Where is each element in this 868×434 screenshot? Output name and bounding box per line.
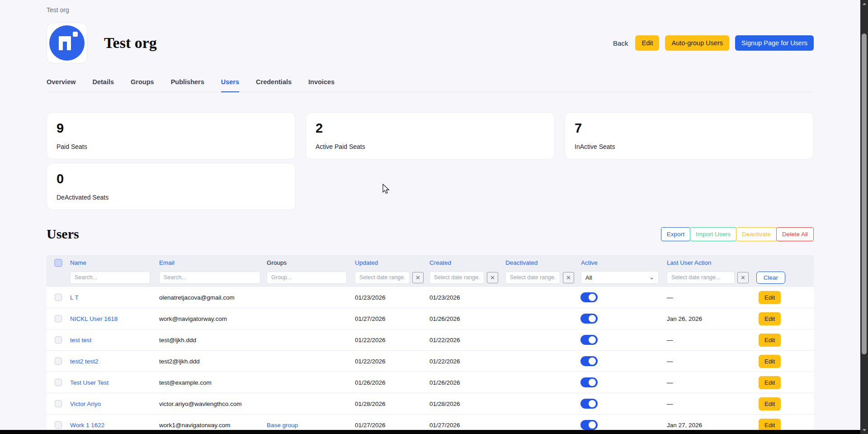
column-header-active[interactable]: Active (576, 259, 662, 266)
org-logo-icon (49, 25, 85, 61)
created-date-range-input[interactable] (429, 272, 484, 284)
edit-user-button[interactable]: Edit (759, 291, 781, 304)
page-title: Test org (104, 34, 157, 52)
email-search-input[interactable] (159, 272, 260, 284)
scrollbar-up-arrow-icon[interactable] (860, 0, 868, 8)
back-button[interactable]: Back (613, 39, 628, 47)
stat-paid-seats: 9 Paid Seats (47, 112, 296, 159)
tab-details[interactable]: Details (93, 78, 114, 92)
tab-bar: Overview Details Groups Publishers Users… (47, 78, 814, 92)
stat-value: 9 (57, 121, 286, 136)
scrollbar-down-arrow-icon[interactable] (860, 426, 868, 434)
user-last-action: — (662, 401, 755, 407)
row-checkbox[interactable] (55, 315, 62, 322)
stat-label: Active Paid Seats (316, 143, 545, 150)
signup-page-button[interactable]: Signup Page for Users (735, 35, 814, 51)
table-row: test test test@ljkh.ddd 01/22/2026 01/22… (47, 329, 814, 351)
user-created: 01/26/2026 (425, 315, 501, 322)
user-email: victor.ariyo@wavlengthco.com (155, 401, 262, 407)
row-checkbox[interactable] (55, 421, 62, 429)
active-filter-select[interactable]: All ⌄ (581, 271, 659, 284)
table-row: NICKL User 1618 work@navigatorway.com 01… (47, 308, 814, 329)
user-group-link[interactable]: Base group (267, 422, 298, 429)
row-checkbox[interactable] (55, 336, 62, 343)
active-toggle[interactable] (580, 314, 598, 324)
last-action-clear-x-button[interactable]: ✕ (737, 272, 749, 283)
user-last-action: — (662, 358, 755, 365)
column-header-name[interactable]: Name (66, 259, 155, 266)
active-toggle[interactable] (580, 399, 598, 409)
user-name-link[interactable]: test2 test2 (70, 358, 98, 365)
stat-value: 2 (316, 121, 545, 136)
org-header: Test org Back Edit Auto-group Users Sign… (47, 23, 814, 63)
created-clear-x-button[interactable]: ✕ (487, 272, 498, 283)
tab-groups[interactable]: Groups (131, 78, 154, 92)
user-name-link[interactable]: L T (70, 294, 79, 301)
table-filter-row: ✕ ✕ ✕ All ⌄ ✕ Clear (47, 270, 814, 287)
user-email: olenatretjacova@gmail.com (155, 294, 262, 301)
edit-user-button[interactable]: Edit (759, 312, 781, 325)
column-header-updated[interactable]: Updated (350, 259, 425, 266)
group-filter-input[interactable] (267, 272, 347, 284)
deactivated-clear-x-button[interactable]: ✕ (563, 272, 574, 283)
user-name-link[interactable]: Test User Test (70, 379, 108, 386)
breadcrumb[interactable]: Test org (47, 6, 814, 14)
clear-filters-button[interactable]: Clear (756, 272, 785, 284)
row-checkbox[interactable] (55, 294, 62, 301)
name-search-input[interactable] (70, 272, 150, 284)
user-updated: 01/28/2026 (350, 401, 425, 407)
user-last-action: — (662, 294, 755, 301)
user-last-action: Jan 27, 2026 (662, 422, 755, 429)
user-created: 01/23/2026 (425, 294, 501, 301)
deactivate-button[interactable]: Deactivate (736, 227, 777, 241)
user-name-link[interactable]: Work 1 1622 (70, 422, 104, 429)
edit-user-button[interactable]: Edit (759, 334, 781, 347)
user-created: 01/26/2026 (425, 379, 501, 386)
export-button[interactable]: Export (661, 227, 690, 241)
user-updated: 01/27/2026 (350, 422, 425, 429)
stat-label: Paid Seats (57, 143, 286, 150)
scrollbar-thumb[interactable] (862, 33, 867, 354)
edit-user-button[interactable]: Edit (759, 376, 781, 389)
tab-credentials[interactable]: Credentials (256, 78, 292, 92)
deactivated-date-range-input[interactable] (505, 272, 560, 284)
vertical-scrollbar[interactable] (860, 0, 868, 434)
active-toggle[interactable] (580, 292, 598, 302)
org-logo (47, 23, 87, 63)
user-name-link[interactable]: test test (70, 337, 91, 343)
edit-org-button[interactable]: Edit (635, 35, 659, 51)
row-checkbox[interactable] (55, 379, 62, 386)
edit-user-button[interactable]: Edit (759, 355, 781, 368)
user-name-link[interactable]: NICKL User 1618 (70, 315, 118, 322)
active-toggle[interactable] (580, 335, 598, 345)
import-users-button[interactable]: Import Users (690, 227, 736, 241)
tab-overview[interactable]: Overview (47, 78, 76, 92)
tab-users[interactable]: Users (221, 78, 239, 92)
updated-date-range-input[interactable] (355, 272, 410, 284)
autogroup-users-button[interactable]: Auto-group Users (665, 35, 729, 51)
user-updated: 01/27/2026 (350, 315, 425, 322)
column-header-deactivated[interactable]: Deactivated (501, 259, 576, 266)
row-checkbox[interactable] (55, 400, 62, 407)
active-toggle[interactable] (580, 356, 598, 366)
last-action-date-range-input[interactable] (667, 272, 735, 284)
tab-invoices[interactable]: Invoices (308, 78, 335, 92)
table-body: L T olenatretjacova@gmail.com 01/23/2026… (47, 287, 814, 434)
user-created: 01/22/2026 (425, 337, 501, 343)
stat-active-paid-seats: 2 Active Paid Seats (306, 112, 555, 159)
row-checkbox[interactable] (55, 358, 62, 365)
column-header-last-action[interactable]: Last User Action (662, 259, 755, 266)
user-updated: 01/22/2026 (350, 337, 425, 343)
user-name-link[interactable]: Victor Ariyo (70, 401, 101, 407)
users-section-header: Users Export Import Users Deactivate Del… (47, 226, 814, 242)
edit-user-button[interactable]: Edit (759, 397, 781, 410)
active-toggle[interactable] (580, 377, 598, 387)
stat-deactivated-seats: 0 DeActivated Seats (47, 163, 296, 210)
updated-clear-x-button[interactable]: ✕ (412, 272, 424, 283)
delete-all-button[interactable]: Delete All (776, 227, 814, 241)
active-toggle[interactable] (580, 420, 598, 430)
column-header-created[interactable]: Created (425, 259, 501, 266)
column-header-email[interactable]: Email (155, 259, 262, 266)
tab-publishers[interactable]: Publishers (171, 78, 204, 92)
select-all-checkbox[interactable] (54, 259, 62, 267)
